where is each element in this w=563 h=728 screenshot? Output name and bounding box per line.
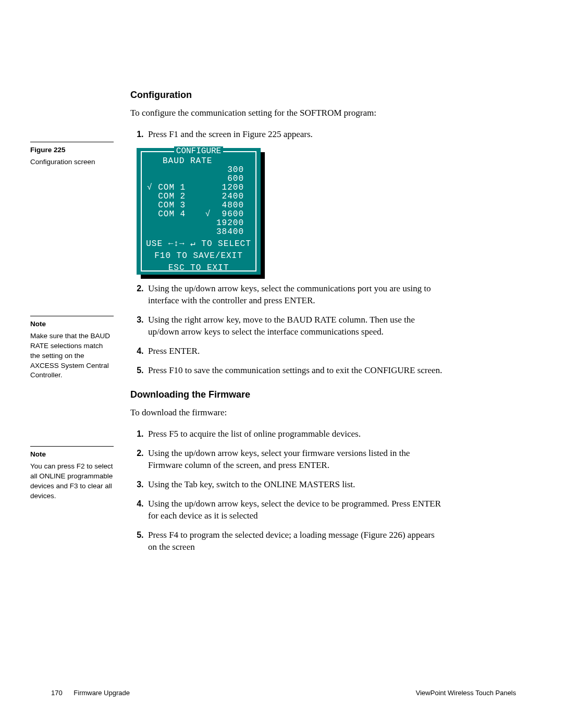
- baud-rate-row: 600: [197, 175, 244, 183]
- note-text: Make sure that the BAUD RATE selections …: [30, 331, 114, 380]
- config-steps-list-cont: Using the up/down arrow keys, select the…: [130, 283, 443, 377]
- figure-caption: Configuration screen: [30, 157, 114, 167]
- com-port-column: √ COM 1 COM 2 COM 3 COM 4: [147, 166, 197, 237]
- note-label: Note: [30, 319, 114, 329]
- page-number: 170: [51, 689, 63, 697]
- configure-hint-3: ESC TO EXIT: [144, 264, 253, 273]
- configure-title: CONFIGURE: [174, 146, 223, 156]
- list-item: Press ENTER.: [146, 346, 443, 357]
- list-item: Press F4 to program the selected device;…: [146, 529, 443, 553]
- baud-rate-row: 2400: [197, 192, 244, 201]
- baud-rate-row: 19200: [197, 219, 244, 228]
- note-label: Note: [30, 450, 114, 460]
- config-steps-list: Press F1 and the screen in Figure 225 ap…: [130, 129, 443, 141]
- com-port-row: √ COM 1: [147, 183, 197, 192]
- config-intro: To configure the communication setting f…: [130, 107, 443, 119]
- heading-configuration: Configuration: [130, 89, 443, 101]
- baud-rate-column: 300 600 1200 2400 4800√ 9600 19200 38400: [197, 166, 253, 237]
- heading-firmware: Downloading the Firmware: [130, 388, 443, 401]
- note-text: You can press F2 to select all ONLINE pr…: [30, 462, 114, 501]
- list-item: Using the Tab key, switch to the ONLINE …: [146, 479, 443, 491]
- com-port-row: COM 4: [147, 210, 197, 219]
- list-item: Press F5 to acquire the list of online p…: [146, 428, 443, 440]
- baud-rate-row: 38400: [197, 228, 244, 237]
- configure-screen-figure: CONFIGURE BAUD RATE √ COM 1 COM 2 COM 3 …: [137, 148, 267, 275]
- page-footer: 170 Firmware Upgrade ViewPoint Wireless …: [51, 689, 516, 697]
- com-port-row: COM 2: [147, 192, 197, 201]
- note-block-1: Note Make sure that the BAUD RATE select…: [30, 316, 114, 380]
- firmware-intro: To download the firmware:: [130, 407, 443, 419]
- baud-rate-row: 300: [197, 166, 244, 175]
- configure-subtitle: BAUD RATE: [144, 157, 253, 166]
- list-item: Using the right arrow key, move to the B…: [146, 314, 443, 338]
- configure-hint-2: F10 TO SAVE/EXIT: [144, 252, 253, 261]
- baud-rate-row: 4800: [197, 201, 244, 210]
- list-item: Using the up/down arrow keys, select the…: [146, 283, 443, 307]
- figure-caption-block: Figure 225 Configuration screen: [30, 142, 114, 167]
- footer-section: Firmware Upgrade: [74, 689, 130, 697]
- com-port-row: COM 3: [147, 201, 197, 210]
- configure-hint-1: USE ←↕→ ↵ TO SELECT: [144, 240, 253, 249]
- baud-rate-row: √ 9600: [197, 210, 244, 219]
- list-item: Using the up/down arrow keys, select you…: [146, 448, 443, 472]
- firmware-steps-list: Press F5 to acquire the list of online p…: [130, 428, 443, 553]
- list-item: Press F10 to save the communication sett…: [146, 365, 443, 377]
- note-block-2: Note You can press F2 to select all ONLI…: [30, 446, 114, 501]
- baud-rate-row: 1200: [197, 183, 244, 192]
- figure-label: Figure 225: [30, 145, 114, 155]
- footer-product: ViewPoint Wireless Touch Panels: [416, 689, 516, 697]
- list-item: Press F1 and the screen in Figure 225 ap…: [146, 129, 443, 141]
- list-item: Using the up/down arrow keys, select the…: [146, 498, 443, 522]
